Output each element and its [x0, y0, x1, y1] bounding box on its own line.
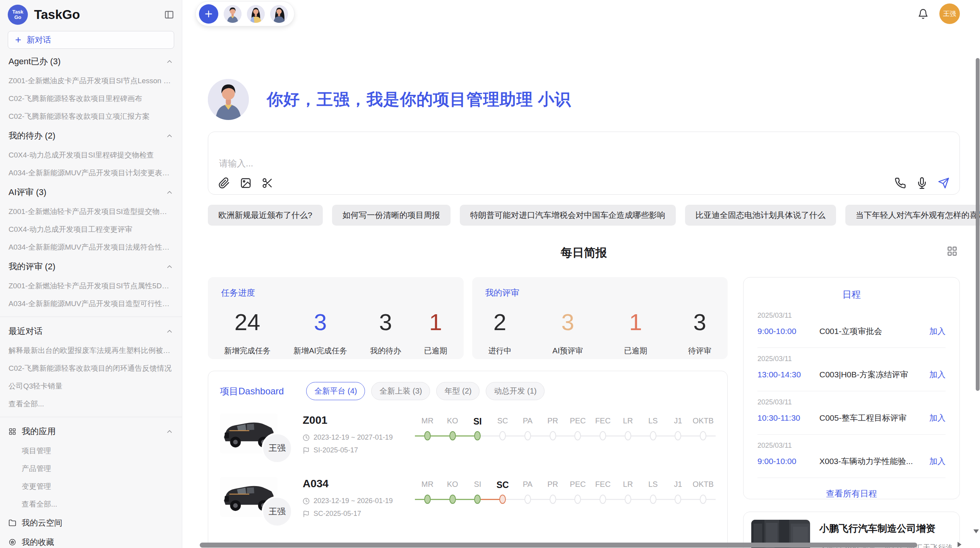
app-item-change-mgmt[interactable]: 变更管理 — [8, 478, 174, 495]
project-milestone-flag: SI-2025-05-17 — [303, 446, 415, 454]
send-icon[interactable] — [938, 177, 949, 189]
view-all-chats-link[interactable]: 查看全部... — [8, 395, 174, 413]
section-header-my-review[interactable]: 我的评审 (2) — [8, 256, 174, 277]
sidebar-item-cloud-space[interactable]: 我的云空间 — [8, 513, 174, 533]
filter-powertrain[interactable]: 动总开发 (1) — [486, 382, 545, 400]
add-agent-button[interactable] — [199, 4, 218, 24]
image-icon[interactable] — [240, 177, 252, 189]
section-header-my-todo[interactable]: 我的待办 (2) — [8, 125, 174, 146]
user-avatar[interactable]: 王强 — [939, 3, 960, 24]
sidebar-item[interactable]: A034-全新新能源MUV产品开发项目计划变更表编写 — [8, 164, 174, 182]
sidebar-item[interactable]: C0X4-动力总成开发项目SI里程碑提交物检查 — [8, 146, 174, 164]
sidebar-item[interactable]: C0X4-动力总成开发项目工程变更评审 — [8, 221, 174, 238]
sidebar-divider — [0, 417, 182, 417]
section-header-my-apps[interactable]: 我的应用 — [8, 421, 174, 442]
section-header-ai-review[interactable]: AI评审 (3) — [8, 182, 174, 203]
scissors-icon[interactable] — [262, 177, 273, 189]
filter-model-year[interactable]: 年型 (2) — [436, 382, 480, 400]
input-tools-left — [218, 177, 273, 189]
milestone-stage-pa: PA — [515, 416, 540, 443]
schedule-time: 9:00-10:00 — [757, 457, 819, 466]
sidebar-item[interactable]: Z001-全新燃油皮卡产品开发项目SI节点Lesson Learn报告 — [8, 72, 174, 90]
layout-grid-icon[interactable] — [947, 246, 958, 257]
milestone-stage-pec: PEC — [565, 480, 591, 506]
collapse-sidebar-icon[interactable] — [164, 10, 174, 20]
view-all-schedule-link[interactable]: 查看所有日程 — [757, 488, 946, 500]
app-item-product-mgmt[interactable]: 产品管理 — [8, 460, 174, 478]
recent-chat-item[interactable]: 公司Q3轻卡销量 — [8, 377, 174, 395]
milestone-stage-pr: PR — [540, 480, 565, 506]
agent-avatars-bar — [195, 1, 295, 26]
chat-input-box[interactable]: 请输入... — [208, 132, 960, 195]
view-all-apps-link[interactable]: 查看全部... — [8, 495, 174, 513]
agent-avatar-1[interactable] — [224, 5, 242, 23]
join-meeting-link[interactable]: 加入 — [929, 413, 946, 423]
milestone-stage-j1: J1 — [666, 480, 691, 506]
logo-text-line2: Go — [14, 15, 21, 20]
suggestion-chip[interactable]: 比亚迪全固态电池计划具体说了什么 — [685, 205, 836, 226]
project-dashboard-card: 项目Dashboard 全新平台 (4) 全新上装 (3) 年型 (2) 动总开… — [208, 371, 728, 548]
sidebar-item-favorites[interactable]: 我的收藏 — [8, 533, 174, 548]
join-meeting-link[interactable]: 加入 — [929, 456, 946, 467]
schedule-event-name: C001-立项审批会 — [819, 326, 923, 337]
flag-icon — [303, 510, 310, 517]
section-header-recent-chats[interactable]: 最近对话 — [8, 321, 174, 342]
stat-in-progress: 2 进行中 — [488, 309, 512, 356]
horizontal-scrollbar[interactable] — [200, 543, 917, 548]
milestone-track: MRKOSISCPAPRPECFECLRLSJ1OKTB — [415, 416, 716, 443]
project-code: A034 — [303, 478, 415, 490]
schedule-event-name: C005-整车工程目标评审 — [819, 413, 923, 423]
schedule-time: 9:00-10:00 — [757, 327, 819, 336]
stat-new-done: 24 新增完成任务 — [224, 309, 271, 356]
sidebar-item[interactable]: C02-飞腾新能源轻客改款项目立项汇报方案 — [8, 108, 174, 125]
schedule-item: 2025/03/11 10:30-11:30 C005-整车工程目标评审 加入 — [757, 391, 946, 435]
agent-avatar-2[interactable] — [247, 5, 265, 23]
section-header-agent-done[interactable]: Agent已办 (3) — [8, 51, 174, 72]
sidebar-item[interactable]: A034-全新新能源MUV产品开发项目造型可行性评审 — [8, 295, 174, 313]
new-chat-button[interactable]: 新对话 — [8, 31, 174, 49]
logo-text-line1: Task — [12, 9, 24, 15]
paperclip-icon[interactable] — [218, 177, 230, 189]
microphone-icon[interactable] — [916, 177, 928, 189]
suggestion-chip[interactable]: 特朗普可能对进口汽车增税会对中国车企造成哪些影响 — [460, 205, 676, 226]
dashboard-filters: 全新平台 (4) 全新上装 (3) 年型 (2) 动总开发 (1) — [306, 382, 545, 400]
project-row-a034[interactable]: 王强 A034 2023-12-19 ~ 2026-01-19 SC-2025-… — [220, 477, 716, 527]
project-row-z001[interactable]: 王强 Z001 2023-12-19 ~ 2027-01-19 SI-2025-… — [220, 413, 716, 464]
milestone-stage-oktb: OKTB — [690, 416, 716, 443]
new-chat-label: 新对话 — [27, 34, 51, 45]
project-owner-avatar: 王强 — [262, 433, 293, 464]
vertical-scrollbar[interactable] — [976, 58, 980, 391]
app-name: TaskGo — [34, 7, 164, 22]
input-tools-right — [894, 177, 949, 189]
stat-review-overdue: 1 已逾期 — [624, 309, 647, 356]
sidebar-item[interactable]: Z001-全新燃油轻卡产品开发项目SI造型提交物评审 — [8, 203, 174, 221]
phone-icon[interactable] — [894, 177, 906, 189]
milestone-stage-pa: PA — [515, 480, 540, 506]
sidebar-item[interactable]: Z001-全新燃油轻卡产品开发项目SI节点属性5D文件评审 — [8, 277, 174, 295]
milestone-stage-sc: SC — [490, 480, 515, 506]
suggestion-chip[interactable]: 欧洲新规最近颁布了什么? — [208, 205, 323, 226]
join-meeting-link[interactable]: 加入 — [929, 369, 946, 380]
suggestion-chip[interactable]: 当下年轻人对汽车外观有怎样的喜好趋势 — [845, 205, 980, 226]
suggestion-chips: 欧洲新规最近颁布了什么? 如何写一份清晰的项目周报 特朗普可能对进口汽车增税会对… — [208, 205, 960, 226]
recent-chat-item[interactable]: C02-飞腾新能源轻客改款项目的闭环通告反馈情况 — [8, 360, 174, 377]
recent-chat-item[interactable]: 解释最新出台的欧盟报废车法规再生塑料比例被调至15%... — [8, 342, 174, 360]
suggestion-chip[interactable]: 如何写一份清晰的项目周报 — [332, 205, 451, 226]
notification-bell-icon[interactable] — [918, 9, 929, 19]
scroll-down-arrow[interactable] — [973, 529, 979, 533]
stat-my-todo: 3 我的待办 — [370, 309, 401, 356]
filter-new-platform[interactable]: 全新平台 (4) — [306, 382, 365, 400]
stat-ai-prereview: 3 AI预评审 — [552, 309, 583, 356]
sidebar-item[interactable]: A034-全新新能源MUV产品开发项目法规符合性评审 — [8, 238, 174, 256]
join-meeting-link[interactable]: 加入 — [929, 326, 946, 337]
filter-new-body[interactable]: 全新上装 (3) — [371, 382, 430, 400]
scroll-right-arrow[interactable] — [958, 542, 961, 547]
clock-icon — [303, 434, 310, 441]
chevron-up-icon — [166, 263, 173, 271]
milestone-stage-pr: PR — [540, 416, 565, 443]
sidebar-item[interactable]: C02-飞腾新能源轻客改款项目里程碑画布 — [8, 90, 174, 108]
schedule-time: 10:30-11:30 — [757, 413, 819, 423]
agent-avatar-3[interactable] — [270, 5, 288, 23]
app-item-project-mgmt[interactable]: 项目管理 — [8, 442, 174, 460]
daily-briefing-title: 每日简报 — [561, 245, 607, 261]
